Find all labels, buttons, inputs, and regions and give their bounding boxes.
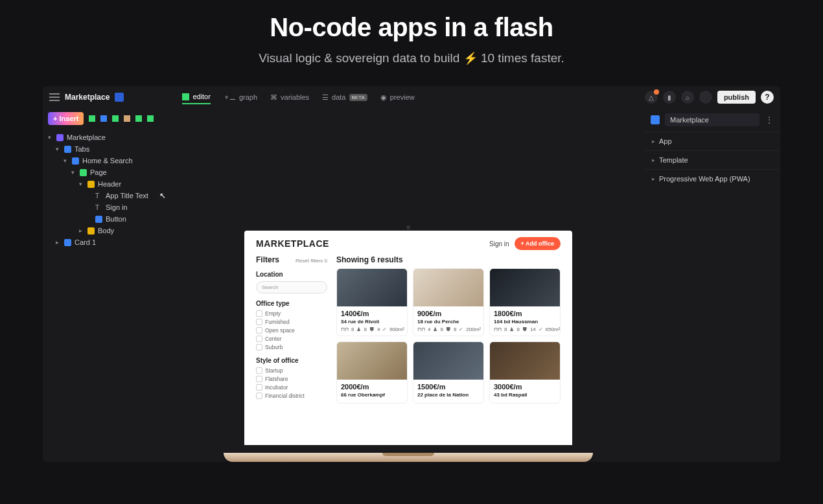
app-frame: Marketplace editor ⚬⚊graph ⌘variables ☰d… xyxy=(43,86,780,462)
cb-flatshare[interactable]: Flatshare xyxy=(256,376,327,382)
cb-furnished[interactable]: Furnished xyxy=(256,319,327,325)
insert-button[interactable]: +Insert xyxy=(48,112,84,125)
card-image xyxy=(337,342,407,380)
publish-button[interactable]: publish xyxy=(717,91,756,104)
tab-preview[interactable]: ◉preview xyxy=(380,91,415,104)
tool-icon-4[interactable] xyxy=(124,115,130,122)
tool-icon-1[interactable] xyxy=(89,115,95,122)
canvas-stage: MARKETPLACE Sign in + Add office Filters… xyxy=(172,108,644,462)
card-icon xyxy=(64,239,71,246)
avatar[interactable] xyxy=(699,91,712,104)
beta-badge: BETA xyxy=(349,94,367,101)
notifications-icon[interactable]: △ xyxy=(645,91,658,104)
container-icon xyxy=(80,169,87,176)
desk-icon: ⊓⊓ xyxy=(341,326,349,332)
hero: No-code apps in a flash Visual logic & s… xyxy=(0,0,823,74)
office-type-label: Office type xyxy=(256,300,327,307)
share-icon: ⚬⚊ xyxy=(224,93,236,102)
marketplace-app: MARKETPLACE Sign in + Add office Filters… xyxy=(244,231,572,410)
office-card[interactable]: 3000€/m43 bd Raspail xyxy=(489,341,561,404)
card-image xyxy=(337,269,407,306)
search-input[interactable]: Search xyxy=(256,281,327,293)
bolt-icon: ⚡ xyxy=(463,52,478,65)
filters-title: Filters xyxy=(256,255,279,264)
area-icon: ✓ xyxy=(539,326,543,332)
chair-icon: ♟ xyxy=(509,326,514,332)
reset-filters[interactable]: Reset filters 0 xyxy=(296,258,327,264)
desk-icon: ⊓⊓ xyxy=(417,326,425,332)
cb-empty[interactable]: Empty xyxy=(256,310,327,317)
tabs-icon xyxy=(64,146,71,153)
tree-card1[interactable]: ▸Card 1 xyxy=(43,236,172,248)
card-image xyxy=(490,342,560,380)
location-label: Location xyxy=(256,271,327,278)
results-count: Showing 6 results xyxy=(336,255,561,264)
cb-suburb[interactable]: Suburb xyxy=(256,344,327,350)
eye-icon: ◉ xyxy=(380,93,387,102)
search-icon[interactable]: ⌕ xyxy=(681,91,694,104)
tab-variables[interactable]: ⌘variables xyxy=(270,91,309,104)
tree-header[interactable]: ▾Header xyxy=(43,178,172,190)
selection-name[interactable]: Marketplace xyxy=(665,113,759,126)
section-pwa[interactable]: Progressive Web App (PWA) xyxy=(644,169,780,188)
plus-icon: + xyxy=(53,115,57,122)
office-card[interactable]: 1800€/m104 bd Haussman⊓⊓8♟8⛊14✓650m² xyxy=(489,268,561,336)
cb-financial[interactable]: Financial district xyxy=(256,393,327,399)
tool-icon-2[interactable] xyxy=(100,115,107,122)
hero-subtitle: Visual logic & sovereign data to build ⚡… xyxy=(0,51,823,65)
menu-icon[interactable] xyxy=(49,93,60,101)
tree-sign-in[interactable]: TSign in xyxy=(43,201,172,213)
tree-body[interactable]: ▸Body xyxy=(43,225,172,236)
signin-link[interactable]: Sign in xyxy=(489,240,509,247)
type-icon xyxy=(651,115,660,124)
button-icon xyxy=(95,216,102,223)
cb-open-space[interactable]: Open space xyxy=(256,327,327,334)
tab-editor[interactable]: editor xyxy=(182,90,211,104)
add-office-button[interactable]: + Add office xyxy=(515,237,561,250)
app-icon xyxy=(56,134,64,141)
tab-data[interactable]: ☰dataBETA xyxy=(322,91,367,104)
left-panel: +Insert ▾Marketplace ▾Tabs ▾Home & Searc… xyxy=(43,108,172,462)
help-icon[interactable]: ? xyxy=(761,91,774,104)
filters-panel: FiltersReset filters 0 Location Search O… xyxy=(256,255,327,404)
area-icon: ✓ xyxy=(382,326,387,332)
tree-app-title-text[interactable]: TApp Title Text xyxy=(43,190,172,201)
tree-marketplace[interactable]: ▾Marketplace xyxy=(43,132,172,143)
project-icon xyxy=(115,93,124,102)
laptop-mockup: MARKETPLACE Sign in + Add office Filters… xyxy=(224,223,593,462)
cursor-icon: ↖ xyxy=(159,191,166,200)
cb-incubator[interactable]: Incubator xyxy=(256,384,327,391)
cb-center[interactable]: Center xyxy=(256,336,327,342)
row-icon xyxy=(87,181,95,188)
tree-tabs[interactable]: ▾Tabs xyxy=(43,143,172,155)
laptop-screen: MARKETPLACE Sign in + Add office Filters… xyxy=(237,223,580,453)
section-template[interactable]: Template xyxy=(644,150,780,169)
tree-home-search[interactable]: ▾Home & Search xyxy=(43,155,172,166)
office-card[interactable]: 900€/m18 rue du Perche⊓⊓4♟8⛊8✓200m² xyxy=(413,268,484,336)
library-icon[interactable]: ▮ xyxy=(663,91,676,104)
tool-icon-5[interactable] xyxy=(135,115,142,122)
grid-icon xyxy=(182,93,189,100)
text-icon: T xyxy=(95,204,102,211)
area-icon: ✓ xyxy=(459,326,463,332)
tool-icon-6[interactable] xyxy=(147,115,154,122)
tab-graph[interactable]: ⚬⚊graph xyxy=(224,91,257,104)
tool-icon-3[interactable] xyxy=(112,115,119,122)
topbar: Marketplace editor ⚬⚊graph ⌘variables ☰d… xyxy=(43,86,780,108)
project-name[interactable]: Marketplace xyxy=(65,93,110,102)
parking-icon: ⛊ xyxy=(369,326,375,332)
hero-title: No-code apps in a flash xyxy=(0,13,823,42)
office-card[interactable]: 1500€/m22 place de la Nation xyxy=(413,341,484,404)
office-card[interactable]: 2000€/m66 rue Oberkampf xyxy=(336,341,408,404)
tree-page[interactable]: ▾Page xyxy=(43,166,172,178)
cb-startup[interactable]: Startup xyxy=(256,367,327,374)
parking-icon: ⛊ xyxy=(522,326,527,332)
chair-icon: ♟ xyxy=(356,326,361,332)
office-card[interactable]: 1400€/m34 rue de Rivoli⊓⊓8♟8⛊4✓900m² xyxy=(336,268,408,336)
more-icon[interactable]: ⋮ xyxy=(765,115,774,125)
section-app[interactable]: App xyxy=(644,132,780,150)
right-panel: Marketplace ⋮ App Template Progressive W… xyxy=(644,108,780,462)
tree-button[interactable]: Button xyxy=(43,213,172,225)
app-title: MARKETPLACE xyxy=(256,238,329,249)
style-label: Style of office xyxy=(256,357,327,364)
